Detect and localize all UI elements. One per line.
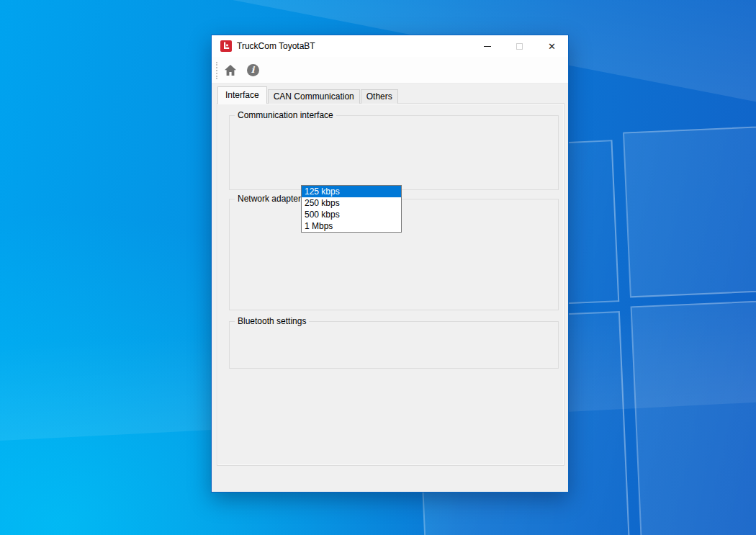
maximize-button bbox=[503, 35, 536, 57]
minimize-button[interactable] bbox=[471, 35, 503, 57]
home-icon bbox=[224, 64, 237, 76]
bitrate-option[interactable]: 500 kbps bbox=[302, 209, 401, 220]
bitrate-option[interactable]: 1 Mbps bbox=[302, 220, 401, 232]
app-icon bbox=[220, 40, 232, 52]
info-icon: i bbox=[247, 64, 259, 76]
toolbar: i bbox=[212, 57, 568, 84]
windows-logo-pane bbox=[623, 119, 756, 297]
toolbar-grip[interactable] bbox=[216, 62, 217, 79]
group-communication-interface: Communication interface bbox=[229, 115, 559, 190]
info-button[interactable]: i bbox=[246, 63, 260, 77]
group-label: Bluetooth settings bbox=[235, 316, 309, 326]
tab-interface[interactable]: Interface bbox=[217, 86, 267, 104]
bitrate-option[interactable]: 125 kbps bbox=[302, 186, 401, 197]
maximize-icon bbox=[516, 43, 523, 50]
close-icon bbox=[548, 42, 556, 51]
close-button[interactable] bbox=[536, 35, 568, 57]
title-bar[interactable]: TruckCom ToyotaBT bbox=[212, 35, 568, 57]
tab-strip: Interface CAN Communication Others bbox=[217, 86, 399, 104]
tab-others[interactable]: Others bbox=[361, 89, 398, 104]
desktop-wallpaper: TruckCom ToyotaBT i Interface CAN Commun… bbox=[0, 0, 756, 535]
group-label: Network adapter bbox=[235, 194, 304, 204]
home-button[interactable] bbox=[223, 63, 238, 77]
app-window: TruckCom ToyotaBT i Interface CAN Commun… bbox=[211, 35, 569, 493]
group-bluetooth-settings: Bluetooth settings bbox=[229, 321, 559, 369]
tab-can-communication[interactable]: CAN Communication bbox=[268, 89, 360, 104]
minimize-icon bbox=[484, 46, 491, 47]
bitrate-option[interactable]: 250 kbps bbox=[302, 197, 401, 209]
bitrate-dropdown-list: 125 kbps 250 kbps 500 kbps 1 Mbps bbox=[301, 185, 402, 233]
group-label: Communication interface bbox=[235, 110, 336, 120]
windows-logo-pane bbox=[631, 293, 756, 535]
window-title: TruckCom ToyotaBT bbox=[237, 35, 315, 57]
